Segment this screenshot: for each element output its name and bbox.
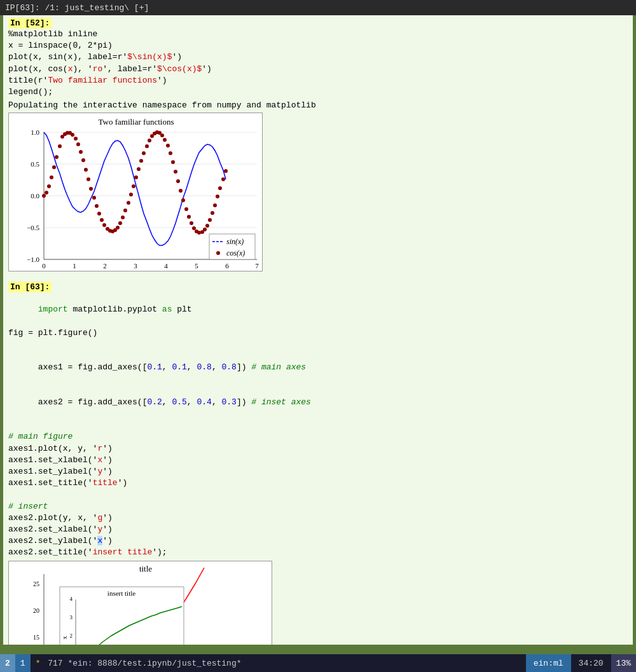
svg-point-32 [71, 133, 74, 137]
svg-point-40 [92, 196, 96, 200]
svg-point-53 [127, 201, 130, 205]
svg-point-41 [95, 204, 99, 208]
svg-point-75 [184, 207, 188, 211]
svg-point-35 [79, 150, 83, 154]
code-line-4: plot(x, cos(x), 'ro', label=r'$\cos(x)$'… [8, 64, 628, 75]
svg-point-51 [121, 216, 125, 219]
svg-point-52 [123, 209, 127, 212]
svg-point-94 [216, 251, 220, 255]
code-line-63-5: axes2 = fig.add_axes([0.2, 0.5, 0.4, 0.3… [8, 385, 628, 420]
svg-point-23 [47, 184, 51, 188]
svg-text:cos(x): cos(x) [226, 249, 245, 257]
svg-text:25: 25 [33, 580, 39, 587]
svg-text:5: 5 [195, 262, 198, 270]
svg-point-88 [218, 186, 222, 190]
code-line-63-15: axes2.set_xlabel('y') [8, 524, 628, 535]
svg-point-90 [224, 169, 228, 173]
notebook: In [52]: %matplotlib inline x = linspace… [3, 15, 633, 645]
title-text: IP[63]: /1: just_testing\ [+] [5, 3, 149, 13]
status-percent: 13% [611, 654, 636, 672]
svg-point-55 [132, 184, 135, 188]
svg-point-43 [100, 218, 104, 222]
plot2-svg: title 0 5 10 15 20 25 y 0 1 2 3 4 5 x [8, 561, 272, 645]
svg-text:20: 20 [33, 607, 39, 614]
svg-point-54 [129, 193, 133, 196]
svg-point-76 [187, 215, 191, 219]
code-line-63-4: axes1 = fig.add_axes([0.1, 0.1, 0.8, 0.8… [8, 350, 628, 385]
svg-point-80 [197, 231, 201, 235]
svg-point-57 [137, 167, 141, 171]
code-line-1: %matplotlib inline [8, 29, 628, 40]
svg-point-74 [181, 198, 185, 202]
svg-point-44 [102, 223, 106, 227]
cell-63: In [63]: import matplotlib.pyplot as plt… [3, 279, 633, 561]
plot1-container: Two familiar functions 1.0 0.5 0.0 −0.5 … [8, 113, 628, 274]
svg-point-60 [145, 144, 149, 148]
svg-point-89 [221, 177, 225, 181]
svg-point-25 [52, 165, 56, 169]
svg-point-61 [148, 139, 151, 142]
code-line-63-11: axes1.set_title('title') [8, 477, 628, 489]
svg-text:0.0: 0.0 [31, 192, 39, 200]
svg-point-78 [192, 226, 196, 230]
svg-point-27 [58, 144, 62, 148]
svg-point-86 [213, 203, 217, 207]
svg-point-37 [84, 168, 88, 172]
svg-text:15: 15 [33, 634, 39, 641]
svg-text:1.0: 1.0 [31, 128, 39, 136]
code-line-3: plot(x, sin(x), label=r'$\sin(x)$') [8, 51, 628, 63]
svg-text:7: 7 [255, 262, 259, 270]
svg-point-50 [118, 221, 122, 225]
svg-point-82 [203, 228, 207, 231]
status-mode: ein:ml [526, 654, 571, 672]
status-filename: * 717 *ein: 8888/test.ipynb/just_testing… [31, 659, 526, 668]
status-position: 34:20 [571, 659, 611, 668]
code-line-2: x = linspace(0, 2*pi) [8, 40, 628, 51]
svg-text:4: 4 [164, 262, 168, 270]
cell-label-52[interactable]: In [52]: [8, 18, 52, 29]
svg-text:−0.5: −0.5 [27, 224, 39, 231]
svg-text:2: 2 [70, 633, 73, 639]
svg-text:x: x [61, 636, 68, 640]
svg-point-49 [116, 226, 120, 230]
svg-point-38 [86, 177, 90, 181]
code-line-63-14: axes2.plot(y, x, 'g') [8, 512, 628, 524]
cell-label-63[interactable]: In [63]: [8, 282, 52, 292]
code-line-63-16: axes2.set_ylabel('x') [8, 535, 628, 547]
svg-text:2: 2 [103, 262, 107, 270]
svg-point-24 [50, 175, 53, 179]
svg-point-66 [160, 134, 164, 137]
svg-point-34 [76, 142, 80, 146]
code-line-63-13: # insert [8, 501, 628, 512]
svg-point-69 [169, 151, 172, 155]
svg-point-68 [166, 144, 170, 147]
svg-point-72 [176, 179, 180, 183]
svg-point-59 [142, 151, 146, 155]
svg-text:1: 1 [73, 262, 76, 270]
svg-text:4: 4 [70, 596, 73, 602]
status-bar: 2 1 * 717 *ein: 8888/test.ipynb/just_tes… [0, 654, 636, 672]
svg-text:3: 3 [70, 614, 73, 621]
code-line-63-10: axes1.set_ylabel('y') [8, 466, 628, 477]
status-cell-num2: 1 [15, 654, 31, 672]
code-line-63-8: axes1.plot(x, y, 'r') [8, 443, 628, 455]
svg-text:0.5: 0.5 [31, 160, 39, 168]
svg-point-70 [171, 160, 175, 164]
svg-point-22 [45, 191, 48, 195]
svg-text:title: title [139, 564, 152, 573]
svg-point-71 [174, 170, 177, 174]
svg-point-83 [205, 224, 209, 228]
svg-point-26 [55, 155, 59, 159]
code-line-63-6 [8, 420, 628, 431]
code-line-63-1: import matplotlib.pyplot as plt [8, 292, 628, 327]
code-line-63-17: axes2.set_title('insert title'); [8, 547, 628, 558]
svg-text:−1.0: −1.0 [27, 256, 39, 263]
code-line-63-7: # main figure [8, 431, 628, 442]
svg-point-39 [89, 187, 93, 191]
code-line-63-3 [8, 339, 628, 350]
svg-text:Two familiar functions: Two familiar functions [99, 117, 174, 127]
svg-point-42 [97, 212, 101, 216]
cell-52: In [52]: %matplotlib inline x = linspace… [3, 15, 633, 113]
svg-text:insert title: insert title [107, 589, 135, 597]
status-star: * [36, 659, 41, 668]
